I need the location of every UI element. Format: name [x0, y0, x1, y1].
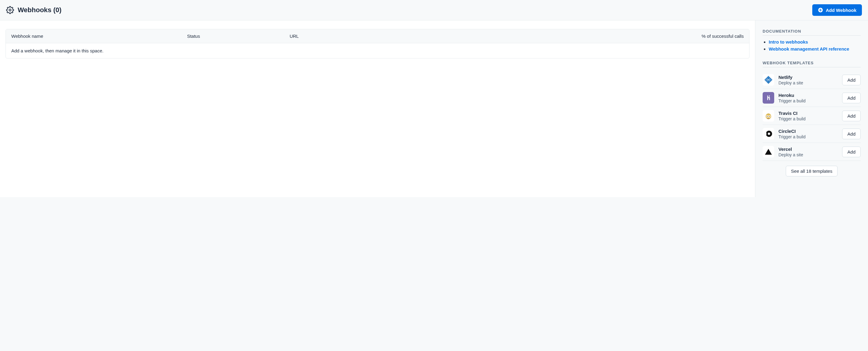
vercel-icon [763, 146, 774, 157]
template-desc: Deploy a site [778, 81, 838, 85]
template-name: Heroku [778, 93, 838, 98]
travis-icon [763, 110, 774, 122]
template-row-heroku: Heroku Trigger a build Add [763, 89, 861, 107]
template-text: Travis CI Trigger a build [778, 111, 838, 121]
layout: Webhook name Status URL % of successful … [0, 21, 868, 197]
webhooks-table: Webhook name Status URL % of successful … [5, 29, 749, 59]
template-add-button-travis[interactable]: Add [842, 111, 861, 121]
col-header-url: URL [290, 33, 568, 39]
doc-link-api[interactable]: Webhook management API reference [769, 46, 849, 52]
template-name: CircleCI [778, 128, 838, 134]
svg-point-0 [9, 9, 11, 11]
template-desc: Trigger a build [778, 98, 838, 103]
netlify-icon [763, 74, 774, 86]
documentation-links: Intro to webhooks Webhook management API… [763, 39, 861, 52]
template-add-button-heroku[interactable]: Add [842, 93, 861, 103]
add-webhook-button[interactable]: Add Webhook [812, 4, 862, 16]
template-row-circleci: CircleCI Trigger a build Add [763, 125, 861, 143]
template-text: CircleCI Trigger a build [778, 128, 838, 139]
col-header-name: Webhook name [11, 33, 187, 39]
doc-link-intro[interactable]: Intro to webhooks [769, 39, 808, 45]
template-text: Heroku Trigger a build [778, 93, 838, 103]
svg-point-5 [767, 116, 768, 117]
svg-rect-9 [764, 133, 766, 135]
template-text: Netlify Deploy a site [778, 75, 838, 85]
template-name: Netlify [778, 75, 838, 80]
template-add-button-netlify[interactable]: Add [842, 75, 861, 85]
table-empty-message: Add a webhook, then manage it in this sp… [6, 43, 749, 58]
template-name: Travis CI [778, 111, 838, 116]
page-title: Webhooks (0) [18, 6, 62, 14]
heroku-icon [763, 92, 774, 104]
template-row-travis: Travis CI Trigger a build Add [763, 107, 861, 125]
see-all-wrap: See all 18 templates [763, 166, 861, 176]
add-webhook-label: Add Webhook [826, 8, 857, 13]
page-header: Webhooks (0) Add Webhook [0, 0, 868, 21]
template-desc: Deploy a site [778, 152, 838, 157]
template-desc: Trigger a build [778, 116, 838, 121]
circleci-icon [763, 128, 774, 140]
svg-point-8 [768, 133, 770, 135]
sidebar: DOCUMENTATION Intro to webhooks Webhook … [755, 21, 868, 185]
table-header-row: Webhook name Status URL % of successful … [6, 29, 749, 43]
templates-heading: WEBHOOK TEMPLATES [763, 61, 861, 67]
col-header-status: Status [187, 33, 290, 39]
template-row-vercel: Vercel Deploy a site Add [763, 143, 861, 161]
col-header-pct: % of successful calls [568, 33, 744, 39]
template-add-button-circleci[interactable]: Add [842, 128, 861, 139]
gear-icon [6, 6, 14, 14]
template-row-netlify: Netlify Deploy a site Add [763, 71, 861, 89]
main-content: Webhook name Status URL % of successful … [0, 21, 755, 197]
see-all-templates-button[interactable]: See all 18 templates [786, 166, 838, 176]
template-add-button-vercel[interactable]: Add [842, 147, 861, 157]
svg-point-6 [769, 116, 770, 117]
plus-circle-icon [818, 7, 823, 13]
documentation-heading: DOCUMENTATION [763, 29, 861, 36]
template-desc: Trigger a build [778, 135, 838, 139]
template-text: Vercel Deploy a site [778, 147, 838, 157]
header-left: Webhooks (0) [6, 6, 62, 14]
template-name: Vercel [778, 147, 838, 152]
